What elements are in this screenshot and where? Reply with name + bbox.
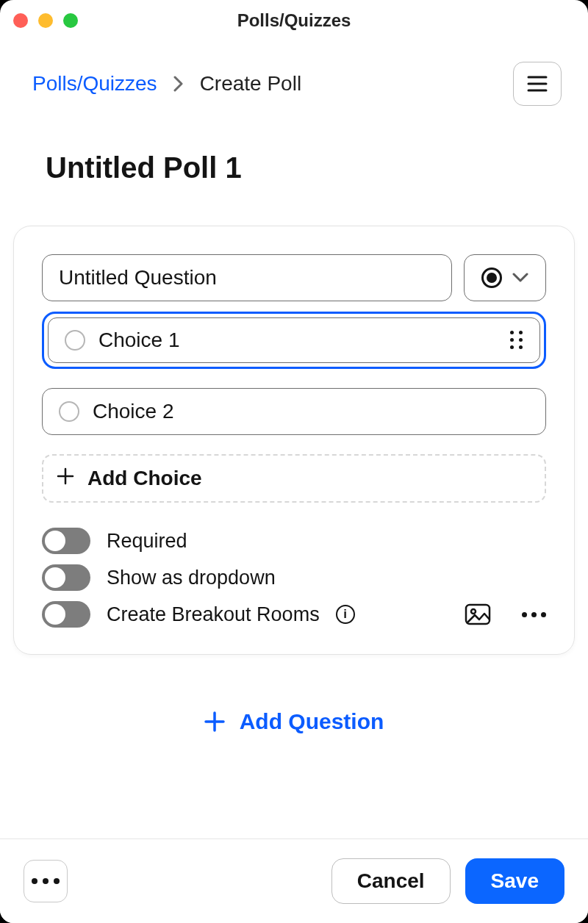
more-horizontal-icon <box>32 878 60 884</box>
add-question-label: Add Question <box>240 709 384 734</box>
drag-handle-icon[interactable] <box>510 331 523 350</box>
breadcrumb-root-link[interactable]: Polls/Quizzes <box>32 72 157 96</box>
radio-empty-icon <box>65 330 85 351</box>
window-controls <box>13 13 78 28</box>
choice-label: Choice 1 <box>98 328 180 352</box>
cancel-label: Cancel <box>357 869 425 893</box>
question-options: Required Show as dropdown Create Breakou… <box>42 528 546 628</box>
topbar: Polls/Quizzes Create Poll <box>0 41 588 106</box>
window-title: Polls/Quizzes <box>0 10 588 31</box>
info-icon[interactable]: i <box>336 605 355 624</box>
minimize-window-button[interactable] <box>38 13 53 28</box>
cancel-button[interactable]: Cancel <box>331 858 451 904</box>
dropdown-label: Show as dropdown <box>107 567 276 589</box>
close-window-button[interactable] <box>13 13 28 28</box>
add-question-button[interactable]: Add Question <box>0 677 588 775</box>
fullscreen-window-button[interactable] <box>63 13 78 28</box>
chevron-right-icon <box>173 76 184 92</box>
choice-input-1[interactable]: Choice 1 <box>48 317 540 363</box>
show-as-dropdown-toggle[interactable] <box>42 564 90 591</box>
question-title-input[interactable]: Untitled Question <box>42 254 452 301</box>
breadcrumb-current: Create Poll <box>200 72 302 96</box>
choice-label: Choice 2 <box>93 400 174 423</box>
question-title-text: Untitled Question <box>59 266 217 290</box>
titlebar: Polls/Quizzes <box>0 0 588 41</box>
plus-icon <box>57 467 74 490</box>
footer-more-button[interactable] <box>24 860 68 902</box>
plus-icon <box>204 711 225 732</box>
add-choice-button[interactable]: Add Choice <box>42 454 546 503</box>
poll-title[interactable]: Untitled Poll 1 <box>0 106 588 184</box>
choice-input-2[interactable]: Choice 2 <box>42 388 546 435</box>
breakout-rooms-toggle[interactable] <box>42 601 90 628</box>
content-area: Untitled Poll 1 Untitled Question Choice… <box>0 106 588 838</box>
more-options-button[interactable] <box>522 612 546 617</box>
radio-empty-icon <box>59 401 79 422</box>
menu-button[interactable] <box>513 62 562 106</box>
add-choice-label: Add Choice <box>87 467 202 490</box>
required-toggle[interactable] <box>42 528 90 554</box>
chevron-down-icon <box>512 273 528 283</box>
question-type-select[interactable] <box>464 254 546 301</box>
breadcrumb: Polls/Quizzes Create Poll <box>32 72 301 96</box>
app-window: Polls/Quizzes Polls/Quizzes Create Poll … <box>0 0 588 923</box>
image-icon[interactable] <box>465 603 491 625</box>
choice-row-active-wrap: Choice 1 <box>42 312 546 369</box>
svg-point-6 <box>471 609 476 614</box>
save-button[interactable]: Save <box>465 858 564 904</box>
footer: Cancel Save <box>0 838 588 923</box>
save-label: Save <box>491 869 539 893</box>
single-choice-icon <box>481 267 502 288</box>
required-label: Required <box>107 530 187 553</box>
question-card: Untitled Question Choice 1 <box>13 226 575 655</box>
breakout-label: Create Breakout Rooms <box>107 603 320 626</box>
